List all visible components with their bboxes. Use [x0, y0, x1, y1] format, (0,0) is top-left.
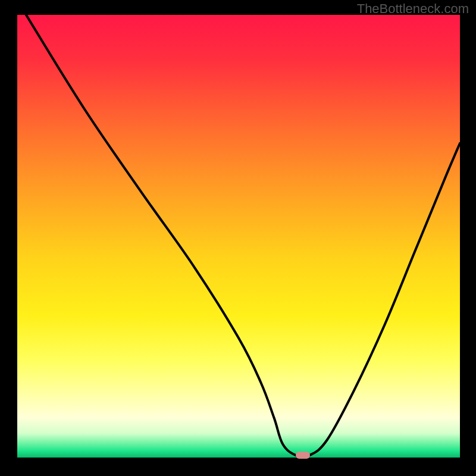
chart-curve	[17, 15, 460, 458]
chart-marker	[296, 452, 310, 459]
attribution-text: TheBottleneck.com	[357, 1, 469, 17]
chart-plot-area	[17, 15, 460, 458]
